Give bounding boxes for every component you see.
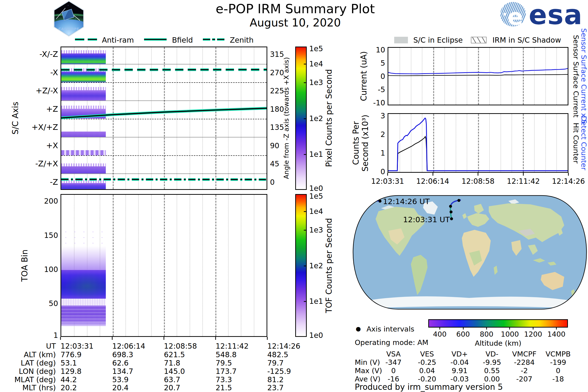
major-gridline xyxy=(215,195,216,336)
ephemeris-value: 12:14:26 xyxy=(267,342,300,350)
ephemeris-value: 482.5 xyxy=(267,350,288,359)
altitude-tick: 1400 xyxy=(547,330,566,338)
toa-ytick: 100 xyxy=(10,265,58,274)
voltage-value: -0.25 xyxy=(418,358,436,366)
ephemeris-value: -125.9 xyxy=(267,367,291,376)
esa-globe-dot xyxy=(503,13,506,16)
toa-ytick: 50 xyxy=(10,299,58,308)
pointing-lines-plot xyxy=(61,47,266,189)
ground-track-map: 12:14:26 UT 12:03:31 UT xyxy=(352,194,588,311)
time-tick: 12:03:31 xyxy=(371,177,404,186)
sc-axis-row-label: +Z xyxy=(10,104,58,114)
page-date: August 10, 2020 xyxy=(172,16,419,29)
pixel-cb-tick: 1e5 xyxy=(309,44,323,53)
counts-ytick: 0 xyxy=(361,167,385,176)
ephemeris-value: 53.1 xyxy=(60,359,77,367)
zenith-dashdot-icon xyxy=(217,38,224,41)
ephemeris-value: 134.7 xyxy=(112,367,133,376)
angle-tick: 45 xyxy=(270,160,279,168)
voltage-value: -2284 xyxy=(514,358,534,366)
ephemeris-value: 776.9 xyxy=(60,350,82,359)
epop-irm-summary-page: { "header": { "title": "e-POP IRM Summar… xyxy=(0,0,588,392)
voltage-col-header: VD- xyxy=(486,350,498,358)
time-tick: 12:11:42 xyxy=(507,177,540,186)
tof-cb-tick: 1e4 xyxy=(309,207,323,216)
ephemeris-value: 53.9 xyxy=(112,375,128,384)
pixel-cb-tick: 1e2 xyxy=(309,114,323,123)
altitude-tick: 1000 xyxy=(501,330,519,338)
ephemeris-value: 145.0 xyxy=(164,367,185,376)
minor-gridline xyxy=(177,195,177,336)
altitude-cb-label: Altitude (km) xyxy=(475,339,521,348)
time-tick: 12:06:14 xyxy=(416,177,449,186)
counts-ytick: 1 xyxy=(361,149,385,157)
tof-cb-tick: 1e1 xyxy=(309,297,323,306)
current-plot xyxy=(388,48,568,104)
current-right-label-black: Sensor Surface Current xyxy=(572,35,580,117)
ephemeris-value: 63.7 xyxy=(164,375,180,384)
current-ytick: -10 xyxy=(361,98,385,107)
minor-gridline xyxy=(241,195,241,336)
patch-mission-name: CASSIOPE xyxy=(53,27,84,31)
voltage-col-header: VCMPB xyxy=(546,350,571,358)
ephemeris-value: 81.2 xyxy=(267,375,284,384)
map-end-time-label: 12:14:26 UT xyxy=(383,197,430,206)
ephemeris-row-label: MLT (hrs) xyxy=(5,384,56,392)
minor-gridline xyxy=(151,195,152,336)
toa-ytick: 200 xyxy=(10,197,58,205)
voltage-value: 0.00 xyxy=(484,375,500,383)
cassiope-mission-patch: CASSIOPE xyxy=(52,0,86,37)
pixel-cb-tick: 1e3 xyxy=(309,78,323,87)
voltage-col-header: VD+ xyxy=(452,350,468,358)
axis-interval-dot xyxy=(449,205,452,208)
ephemeris-value: 20.4 xyxy=(112,384,128,392)
legend-zenith-label: Zenith xyxy=(230,36,254,44)
angle-tick: 270 xyxy=(270,68,284,77)
minor-gridline xyxy=(138,195,139,336)
voltage-value: -2 xyxy=(521,366,528,375)
legend-bfield-label: Bfield xyxy=(172,36,193,44)
ephemeris-value: 129.8 xyxy=(60,367,82,376)
voltage-col-header: VES xyxy=(420,350,434,358)
esa-wordmark: esa xyxy=(529,0,582,30)
voltage-value: -9.95 xyxy=(483,358,501,366)
sc-axis-row-label: -X xyxy=(10,68,58,77)
angle-axis-label: Angle from -Z axis (towards +X axis) xyxy=(282,57,290,179)
voltage-value: -0.04 xyxy=(450,358,469,366)
ephemeris-value: 12:08:58 xyxy=(164,342,197,350)
current-ytick: 5 xyxy=(361,59,385,68)
voltage-col-header: VSA xyxy=(386,350,401,358)
world-map-svg xyxy=(352,194,588,311)
counts-right-label-blue: Detect Counter xyxy=(580,116,588,170)
angle-tick: 135 xyxy=(270,123,284,132)
ephemeris-value: 621.5 xyxy=(164,350,185,359)
angle-tick: 180 xyxy=(270,105,284,114)
cassiope-patch-art: CASSIOPE xyxy=(53,2,84,36)
ephemeris-value: 173.7 xyxy=(216,367,237,376)
produced-by-note: Produced by irm_summary version 5 xyxy=(355,382,503,392)
voltage-value: -347 xyxy=(386,358,402,366)
ephemeris-value: 12:03:31 xyxy=(60,342,94,350)
major-gridline xyxy=(113,195,114,336)
current-ytick: -5 xyxy=(361,85,385,94)
angle-tick: 225 xyxy=(270,86,284,95)
ephemeris-value: 12:11:42 xyxy=(216,342,249,350)
altitude-tick: 400 xyxy=(433,330,446,338)
ephemeris-row-label: LON (deg) xyxy=(5,367,56,376)
toa-ytick: 150 xyxy=(10,231,58,240)
ephemeris-value: 44.2 xyxy=(60,375,77,384)
counts-panel xyxy=(388,113,568,173)
anti-ram-dash-icon xyxy=(88,38,97,41)
pixel-cb-label: Pixel Counts per Second xyxy=(324,69,334,167)
axis-interval-dot xyxy=(458,199,460,202)
tof-cb-tick: 1e2 xyxy=(309,262,323,270)
toa-lower-band xyxy=(61,306,106,326)
major-gridline xyxy=(164,195,165,336)
minor-gridline xyxy=(202,195,203,336)
voltage-value: -0.03 xyxy=(450,375,469,383)
ephemeris-row-label: MLAT (deg) xyxy=(5,375,56,384)
time-tick: 12:08:58 xyxy=(462,177,495,186)
voltage-row-label: Min (V) xyxy=(355,358,380,366)
angle-tick: 315 xyxy=(270,50,284,58)
sc-axis-row-label: -Z xyxy=(10,178,58,187)
